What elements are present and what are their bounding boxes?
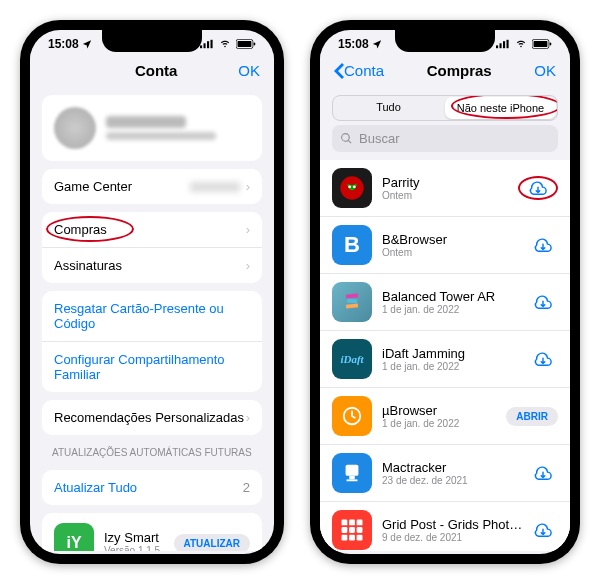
app-icon <box>332 453 372 493</box>
battery-icon <box>236 39 256 49</box>
wifi-icon <box>218 39 232 49</box>
svg-rect-17 <box>346 293 358 299</box>
app-row[interactable]: Mactracker 23 de dez. de 2021 <box>320 445 570 502</box>
open-button[interactable]: ABRIR <box>506 407 558 426</box>
download-cloud-button[interactable] <box>528 346 558 372</box>
svg-rect-12 <box>534 41 548 47</box>
battery-icon <box>532 39 552 49</box>
download-cloud-button[interactable] <box>528 232 558 258</box>
redeem-row[interactable]: Resgatar Cartão-Presente ou Código <box>42 291 262 342</box>
back-button[interactable]: Conta <box>334 62 384 79</box>
svg-rect-22 <box>349 476 355 480</box>
app-subtitle: 1 de jan. de 2022 <box>382 361 528 372</box>
app-icon: B <box>332 225 372 265</box>
chevron-right-icon: › <box>246 222 250 237</box>
phone-left: 15:08 Conta OK <box>20 20 284 564</box>
chevron-right-icon: › <box>246 410 250 425</box>
app-icon <box>332 396 372 436</box>
account-row[interactable] <box>42 95 262 161</box>
nav-title: Conta <box>74 62 238 79</box>
status-time: 15:08 <box>48 37 79 51</box>
app-subtitle: 1 de jan. de 2022 <box>382 304 528 315</box>
seg-all[interactable]: Tudo <box>333 96 444 120</box>
family-sharing-row[interactable]: Configurar Compartilhamento Familiar <box>42 342 262 392</box>
svg-rect-7 <box>496 45 498 48</box>
wifi-icon <box>514 39 528 49</box>
svg-rect-27 <box>342 527 348 533</box>
app-icon <box>332 282 372 322</box>
status-time: 15:08 <box>338 37 369 51</box>
account-name-blurred <box>106 116 186 128</box>
app-row[interactable]: B B&Browser Ontem <box>320 217 570 274</box>
svg-rect-23 <box>347 479 358 481</box>
svg-rect-1 <box>204 43 206 48</box>
update-all-row[interactable]: Atualizar Tudo 2 <box>42 470 262 505</box>
download-cloud-button[interactable] <box>528 517 558 543</box>
svg-point-15 <box>348 185 351 188</box>
svg-rect-2 <box>207 41 209 48</box>
chevron-left-icon <box>334 63 344 79</box>
compras-row[interactable]: Compras › <box>42 212 262 248</box>
avatar <box>54 107 96 149</box>
status-bar: 15:08 <box>30 30 274 52</box>
ok-button[interactable]: OK <box>238 62 260 79</box>
izy-smart-row[interactable]: iY Izy Smart Versão 1.1.5 ATUALIZAR <box>42 513 262 551</box>
svg-rect-13 <box>550 42 552 45</box>
svg-rect-10 <box>507 40 509 48</box>
signal-icon <box>496 39 510 49</box>
app-row[interactable]: µBrowser 1 de jan. de 2022 ABRIR <box>320 388 570 445</box>
svg-rect-3 <box>211 40 213 48</box>
ok-button[interactable]: OK <box>534 62 556 79</box>
app-row[interactable]: Parrity Ontem <box>320 160 570 217</box>
svg-rect-25 <box>349 520 355 526</box>
search-icon <box>340 132 353 145</box>
signal-icon <box>200 39 214 49</box>
svg-rect-19 <box>346 303 358 308</box>
app-name: Grid Post - Grids Photo Crop <box>382 517 528 532</box>
svg-rect-6 <box>254 42 256 45</box>
svg-rect-5 <box>238 41 252 47</box>
assinaturas-row[interactable]: Assinaturas › <box>42 248 262 283</box>
seg-not-on-iphone[interactable]: Não neste iPhone <box>445 97 556 119</box>
highlight-circle <box>46 216 134 242</box>
download-cloud-button[interactable] <box>528 460 558 486</box>
nav-bar: Conta OK <box>30 52 274 87</box>
svg-rect-8 <box>500 43 502 48</box>
svg-rect-31 <box>349 535 355 541</box>
svg-rect-18 <box>347 299 357 304</box>
segmented-control[interactable]: Tudo Não neste iPhone <box>332 95 558 121</box>
svg-rect-30 <box>342 535 348 541</box>
chevron-right-icon: › <box>246 258 250 273</box>
app-icon: iDaft <box>332 339 372 379</box>
app-row[interactable]: Balanced Tower AR 1 de jan. de 2022 <box>320 274 570 331</box>
app-name: iDaft Jamming <box>382 346 528 361</box>
svg-rect-24 <box>342 520 348 526</box>
app-row[interactable]: iDaft iDaft Jamming 1 de jan. de 2022 <box>320 331 570 388</box>
svg-rect-28 <box>349 527 355 533</box>
svg-rect-32 <box>357 535 363 541</box>
app-name: Balanced Tower AR <box>382 289 528 304</box>
recommendations-row[interactable]: Recomendações Personalizadas › <box>42 400 262 435</box>
download-cloud-button[interactable] <box>528 289 558 315</box>
app-name: B&Browser <box>382 232 528 247</box>
game-center-row[interactable]: Game Center › <box>42 169 262 204</box>
download-cloud-button[interactable] <box>523 175 553 201</box>
svg-rect-9 <box>503 41 505 48</box>
app-subtitle: 9 de dez. de 2021 <box>382 532 528 543</box>
svg-rect-0 <box>200 45 202 48</box>
search-input[interactable]: Buscar <box>332 125 558 152</box>
app-icon <box>332 168 372 208</box>
app-row[interactable]: Grid Post - Grids Photo Crop 9 de dez. d… <box>320 502 570 551</box>
nav-title: Compras <box>384 62 534 79</box>
app-subtitle: 1 de jan. de 2022 <box>382 418 506 429</box>
update-button[interactable]: ATUALIZAR <box>174 534 250 552</box>
app-name: Parrity <box>382 175 518 190</box>
svg-rect-26 <box>357 520 363 526</box>
svg-point-16 <box>353 185 356 188</box>
app-subtitle: Ontem <box>382 190 518 201</box>
location-icon <box>372 39 382 49</box>
status-bar: 15:08 <box>320 30 570 52</box>
nav-bar: Conta Compras OK <box>320 52 570 87</box>
updates-header: ATUALIZAÇÕES AUTOMÁTICAS FUTURAS <box>30 443 274 462</box>
app-subtitle: Ontem <box>382 247 528 258</box>
